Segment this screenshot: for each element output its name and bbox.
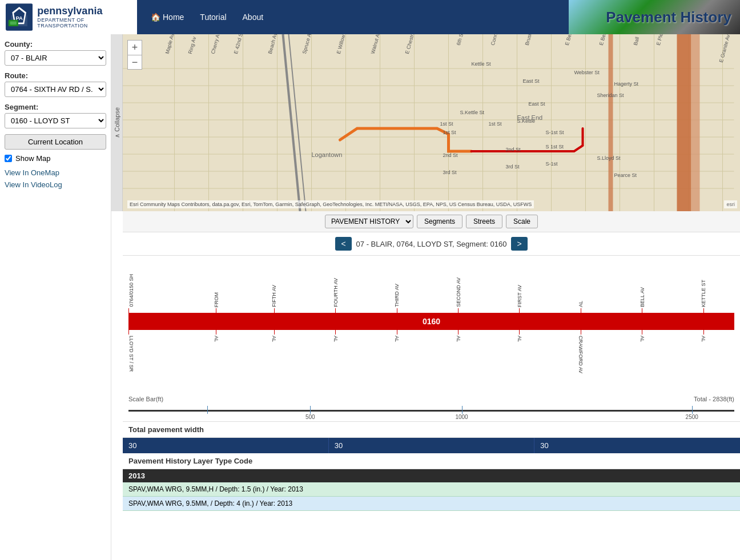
svg-text:S 1st St: S 1st St	[546, 144, 564, 150]
pavement-width-title: Total pavement width	[123, 422, 740, 438]
svg-text:S.Kettle St: S.Kettle St	[460, 110, 485, 115]
scale-tick-2500	[692, 406, 693, 414]
scale-track: 500 1000 2500	[128, 404, 734, 416]
zoom-controls: + −	[127, 40, 142, 70]
collapse-label: ∧ Collapse	[113, 107, 120, 138]
banner-title: Pavement History	[606, 9, 731, 26]
top-label-8: BELL AV	[612, 287, 673, 313]
show-map-checkbox[interactable]	[5, 155, 12, 162]
segment-info: 07 - BLAIR, 0764, LLOYD ST, Segment: 016…	[356, 240, 507, 248]
top-label-9: KETTLE ST	[673, 280, 734, 313]
route-group: Route: 0764 - SIXTH AV RD / S...	[5, 71, 106, 97]
svg-text:S-1st St: S-1st St	[546, 130, 565, 135]
svg-text:Sheridan St: Sheridan St	[597, 92, 625, 98]
route-label: Route:	[5, 71, 106, 80]
streets-button[interactable]: Streets	[466, 215, 502, 228]
view-onemap-link[interactable]: View In OneMap	[5, 168, 106, 177]
layer-type-title: Pavement History Layer Type Code	[123, 453, 740, 469]
segment-select[interactable]: 0160 - LLOYD ST	[5, 113, 106, 128]
content-area: ∧ Collapse + −	[111, 34, 740, 560]
layer-row-1: SPAV,WMA WRG, 9.5MM, / Depth: 4 (in.) / …	[123, 497, 740, 511]
svg-text:East End: East End	[517, 114, 543, 121]
zoom-out-button[interactable]: −	[127, 55, 142, 70]
map-container: ∧ Collapse + −	[111, 34, 740, 211]
svg-rect-35	[677, 34, 691, 211]
nav-about[interactable]: About	[235, 8, 272, 26]
scale-button[interactable]: Scale	[506, 215, 538, 228]
svg-text:1st St: 1st St	[440, 121, 454, 127]
layer-select[interactable]: PAVEMENT HISTORY	[325, 215, 413, 228]
svg-text:3rd St: 3rd St	[443, 170, 457, 175]
segment-group: Segment: 0160 - LLOYD ST	[5, 103, 106, 128]
county-label: County:	[5, 40, 106, 49]
scale-header: Scale Bar(ft) Total - 2838(ft)	[128, 396, 734, 402]
svg-text:Hagerty St: Hagerty St	[614, 81, 639, 87]
county-select[interactable]: 07 - BLAIR	[5, 50, 106, 66]
bottom-label-6: AL	[489, 330, 550, 342]
width-cell-2: 30	[329, 438, 535, 453]
bottom-label-1: AL	[189, 330, 243, 342]
route-select[interactable]: 0764 - SIXTH AV RD / S...	[5, 82, 106, 97]
layer-row-0: SPAV,WMA WRG, 9.5MM,H / Depth: 1.5 (in.)…	[123, 482, 740, 497]
scale-line	[128, 410, 734, 412]
svg-text:Kettle St: Kettle St	[472, 61, 492, 67]
header: PA pennsylvania Department of Transporta…	[0, 0, 740, 34]
map-attribution: Esri Community Maps Contributors, data.p…	[127, 200, 534, 208]
view-videolog-link[interactable]: View In VideoLog	[5, 180, 106, 189]
svg-text:2nd St: 2nd St	[506, 147, 521, 152]
map-toolbar: PAVEMENT HISTORY Segments Streets Scale	[123, 211, 740, 232]
svg-rect-9	[118, 34, 734, 211]
svg-rect-8	[10, 22, 17, 25]
segments-button[interactable]: Segments	[417, 215, 462, 228]
bottom-label-0: LLOYD ST / SR	[128, 330, 189, 372]
home-icon: 🏠	[151, 13, 160, 22]
svg-rect-36	[691, 34, 700, 211]
nav-tutorial-label: Tutorial	[200, 13, 226, 22]
scale-label-500: 500	[305, 414, 315, 420]
svg-text:S-1st: S-1st	[546, 161, 558, 167]
zoom-in-button[interactable]: +	[127, 40, 142, 55]
svg-text:S.Lloyd St: S.Lloyd St	[597, 155, 621, 161]
svg-text:Logantown: Logantown	[312, 151, 343, 158]
svg-text:East St: East St	[523, 78, 540, 84]
top-label-7: AL	[550, 301, 612, 313]
year-header: 2013	[123, 469, 740, 482]
width-cell-3: 30	[534, 438, 740, 453]
dept-name: Department of Transportation	[37, 17, 131, 29]
nav-tutorial[interactable]: Tutorial	[192, 8, 234, 26]
current-location-button[interactable]: Current Location	[5, 134, 106, 150]
nav-home[interactable]: 🏠 Home	[143, 8, 192, 26]
scale-bar-label: Scale Bar(ft)	[128, 396, 163, 402]
nav-home-label: Home	[163, 13, 184, 22]
nav-bar: < 07 - BLAIR, 0764, LLOYD ST, Segment: 0…	[123, 232, 740, 256]
logo-area: PA pennsylvania Department of Transporta…	[0, 0, 137, 34]
main-layout: County: 07 - BLAIR Route: 0764 - SIXTH A…	[0, 34, 740, 560]
scale-tick-1000	[462, 406, 462, 414]
bottom-label-9: AL	[673, 330, 734, 342]
collapse-panel[interactable]: ∧ Collapse	[111, 34, 123, 211]
bottom-labels: LLOYD ST / SR AL AL AL	[123, 330, 740, 387]
header-banner: Pavement History	[569, 0, 740, 34]
scale-label-1000: 1000	[455, 414, 468, 420]
prev-segment-button[interactable]: <	[335, 237, 351, 251]
width-cell-1: 30	[123, 438, 329, 453]
segment-diagram: 0764/0150 SH FROM FIFTH AV FOURTH AV	[123, 256, 740, 393]
segment-label: Segment:	[5, 103, 106, 111]
svg-text:2nd St: 2nd St	[443, 152, 459, 158]
esri-logo: esri	[724, 200, 737, 208]
top-labels: 0764/0150 SH FROM FIFTH AV FOURTH AV	[123, 256, 740, 313]
layer-type-section: Pavement History Layer Type Code 2013 SP…	[123, 453, 740, 511]
svg-rect-37	[609, 34, 613, 211]
bottom-label-5: AL	[428, 330, 489, 342]
top-label-6: FIRST AV	[489, 285, 550, 313]
map-svg: E 42nd St Cherry Av Ring Av Maple Av Bea…	[111, 34, 740, 211]
nav-about-label: About	[243, 13, 264, 22]
next-segment-button[interactable]: >	[511, 237, 527, 251]
svg-text:1st St: 1st St	[489, 121, 502, 127]
state-name: pennsylvania	[37, 6, 131, 17]
svg-text:Webster St: Webster St	[574, 70, 600, 75]
main-nav: 🏠 Home Tutorial About	[137, 0, 569, 34]
top-label-4: THIRD AV	[366, 284, 427, 313]
scale-bar-section: Scale Bar(ft) Total - 2838(ft) 500 1000 …	[123, 393, 740, 422]
pavement-width-row: 30 30 30	[123, 438, 740, 453]
